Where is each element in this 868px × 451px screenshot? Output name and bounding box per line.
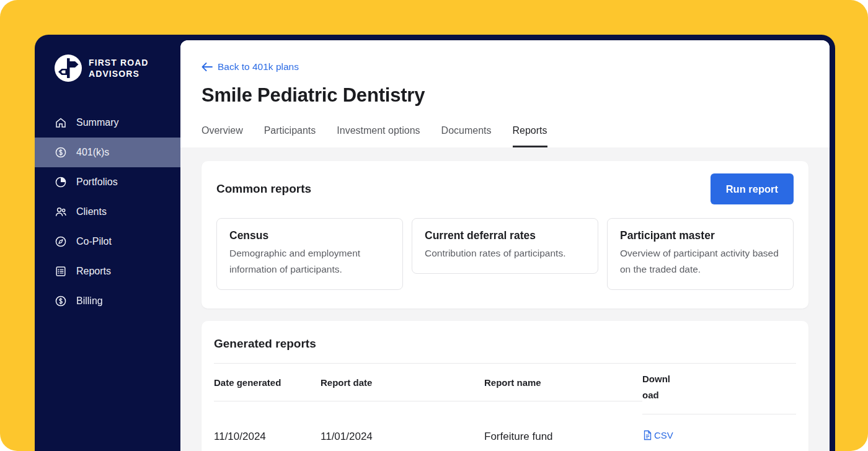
column-header-report-date: Report date [321,377,484,388]
report-card-description: Demographic and employment information o… [229,245,390,278]
signpost-logo-icon [55,55,82,82]
report-card-title: Participant master [620,229,781,242]
brand-name: FIRST ROAD ADVISORS [89,57,149,79]
list-icon [55,265,67,278]
sidebar-item-clients[interactable]: Clients [35,197,180,227]
back-link[interactable]: Back to 401k plans [202,61,299,72]
table-row: 11/10/2024 11/01/2024 Forfeiture fund CS… [214,414,796,444]
column-header-report-name: Report name [484,377,642,388]
report-card-description: Contribution rates of participants. [425,245,585,261]
yellow-backdrop: FIRST ROAD ADVISORS Summary [0,0,868,451]
cell-download: CSV [642,430,796,444]
common-reports-card: Common reports Run report Census Demogra… [202,161,808,309]
column-header-download: Download [642,364,796,415]
compass-icon [55,235,67,248]
cell-report-name: Forfeiture fund [484,431,642,443]
generated-reports-card: Generated reports Date generated Report … [202,321,808,451]
sidebar-item-label: Summary [76,117,118,128]
generated-reports-heading: Generated reports [214,337,796,351]
tab-participants[interactable]: Participants [264,125,316,147]
tab-investment-options[interactable]: Investment options [337,125,420,147]
tab-documents[interactable]: Documents [441,125,492,147]
report-card-title: Current deferral rates [425,229,585,242]
page-header: Back to 401k plans Smile Pediatric Denti… [180,40,830,147]
report-type-cards: Census Demographic and employment inform… [216,218,794,290]
sidebar-item-label: Portfolios [76,177,118,188]
back-link-label: Back to 401k plans [218,61,299,72]
dollar-badge-icon [55,295,67,307]
sidebar-item-billing[interactable]: Billing [35,286,180,316]
report-card-participant-master[interactable]: Participant master Overview of participa… [607,218,794,290]
main-panel: Back to 401k plans Smile Pediatric Denti… [180,40,830,451]
csv-link-label: CSV [654,430,673,440]
common-reports-header: Common reports Run report [216,173,794,204]
dollar-circle-icon [55,146,67,159]
sidebar: FIRST ROAD ADVISORS Summary [35,35,180,451]
page-title: Smile Pediatric Dentistry [202,84,808,107]
sidebar-item-summary[interactable]: Summary [35,108,180,138]
app-window: FIRST ROAD ADVISORS Summary [35,35,835,451]
report-card-current-deferral-rates[interactable]: Current deferral rates Contribution rate… [412,218,598,274]
sidebar-item-reports[interactable]: Reports [35,256,180,286]
sidebar-item-label: Co-Pilot [76,236,112,247]
sidebar-item-label: Reports [76,266,111,277]
common-reports-heading: Common reports [216,173,311,196]
sidebar-item-401ks[interactable]: 401(k)s [35,138,180,167]
brand-name-line1: FIRST ROAD [89,57,149,68]
tab-overview[interactable]: Overview [202,125,243,147]
csv-download-link[interactable]: CSV [642,430,673,440]
pie-chart-icon [55,176,67,188]
brand-name-line2: ADVISORS [89,68,149,79]
sidebar-nav: Summary 401(k)s [35,108,180,316]
report-card-title: Census [229,229,390,242]
cell-report-date: 11/01/2024 [321,431,484,443]
tab-bar: Overview Participants Investment options… [202,125,808,147]
sidebar-item-copilot[interactable]: Co-Pilot [35,227,180,256]
column-header-date-generated: Date generated [214,377,321,388]
sidebar-item-portfolios[interactable]: Portfolios [35,167,180,197]
table-header-left-group: Date generated Report date Report name [214,364,642,401]
report-card-description: Overview of participant activity based o… [620,245,781,278]
file-icon [642,430,653,440]
sidebar-item-label: Clients [76,206,107,217]
arrow-left-icon [202,63,213,71]
run-report-button[interactable]: Run report [711,173,794,204]
table-header-row: Date generated Report date Report name D… [214,364,796,415]
sidebar-item-label: 401(k)s [76,147,109,158]
cell-date-generated: 11/10/2024 [214,431,321,443]
home-icon [55,116,67,129]
report-card-census[interactable]: Census Demographic and employment inform… [216,218,403,290]
content-area: Common reports Run report Census Demogra… [180,147,830,451]
people-icon [55,206,67,218]
tab-reports[interactable]: Reports [513,125,547,147]
brand-logo: FIRST ROAD ADVISORS [35,55,180,82]
sidebar-item-label: Billing [76,296,103,307]
